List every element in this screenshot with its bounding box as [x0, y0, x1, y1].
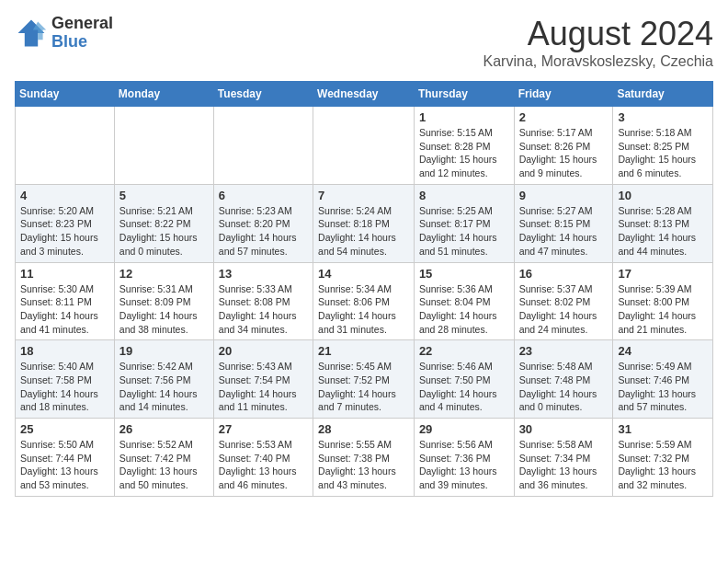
calendar-cell: 27Sunrise: 5:53 AMSunset: 7:40 PMDayligh…	[213, 419, 313, 497]
day-number: 11	[20, 267, 109, 281]
logo-text: General Blue	[51, 15, 113, 52]
day-info: Sunrise: 5:34 AMSunset: 8:06 PMDaylight:…	[318, 282, 409, 337]
calendar-cell	[114, 107, 213, 185]
day-number: 4	[20, 189, 109, 202]
calendar-table: SundayMondayTuesdayWednesdayThursdayFrid…	[15, 81, 713, 497]
calendar-cell: 21Sunrise: 5:45 AMSunset: 7:52 PMDayligh…	[313, 340, 415, 419]
day-info: Sunrise: 5:42 AMSunset: 7:56 PMDaylight:…	[119, 360, 209, 414]
header-friday: Friday	[514, 82, 613, 107]
day-number: 28	[318, 422, 409, 436]
day-info: Sunrise: 5:18 AMSunset: 8:25 PMDaylight:…	[618, 126, 708, 180]
day-info: Sunrise: 5:55 AMSunset: 7:38 PMDaylight:…	[318, 438, 409, 492]
calendar-cell: 3Sunrise: 5:18 AMSunset: 8:25 PMDaylight…	[613, 107, 713, 185]
week-row-5: 25Sunrise: 5:50 AMSunset: 7:44 PMDayligh…	[16, 419, 713, 497]
day-number: 23	[519, 344, 609, 358]
day-info: Sunrise: 5:20 AMSunset: 8:23 PMDaylight:…	[20, 204, 109, 259]
day-number: 16	[519, 267, 609, 281]
logo-icon	[15, 17, 48, 50]
day-number: 27	[219, 422, 308, 436]
calendar-cell: 15Sunrise: 5:36 AMSunset: 8:04 PMDayligh…	[414, 262, 514, 340]
day-number: 20	[219, 344, 308, 358]
day-number: 1	[419, 110, 509, 124]
header-monday: Monday	[114, 82, 213, 107]
day-number: 9	[519, 189, 609, 202]
page-header: General Blue August 2024 Karvina, Moravs…	[15, 15, 713, 70]
day-info: Sunrise: 5:46 AMSunset: 7:50 PMDaylight:…	[419, 360, 509, 414]
day-info: Sunrise: 5:27 AMSunset: 8:15 PMDaylight:…	[519, 204, 609, 259]
calendar-header-row: SundayMondayTuesdayWednesdayThursdayFrid…	[16, 82, 713, 107]
calendar-cell: 2Sunrise: 5:17 AMSunset: 8:26 PMDaylight…	[514, 107, 613, 185]
day-number: 25	[20, 422, 109, 436]
day-info: Sunrise: 5:59 AMSunset: 7:32 PMDaylight:…	[618, 438, 708, 492]
logo-general: General	[51, 15, 113, 33]
calendar-cell: 16Sunrise: 5:37 AMSunset: 8:02 PMDayligh…	[514, 262, 613, 340]
calendar-cell: 12Sunrise: 5:31 AMSunset: 8:09 PMDayligh…	[114, 262, 213, 340]
calendar-cell: 31Sunrise: 5:59 AMSunset: 7:32 PMDayligh…	[613, 419, 713, 497]
day-info: Sunrise: 5:43 AMSunset: 7:54 PMDaylight:…	[219, 360, 308, 414]
calendar-cell: 8Sunrise: 5:25 AMSunset: 8:17 PMDaylight…	[414, 184, 514, 262]
calendar-cell: 28Sunrise: 5:55 AMSunset: 7:38 PMDayligh…	[313, 419, 415, 497]
calendar-cell	[16, 107, 115, 185]
day-number: 2	[519, 110, 609, 124]
day-info: Sunrise: 5:49 AMSunset: 7:46 PMDaylight:…	[618, 360, 708, 414]
day-info: Sunrise: 5:58 AMSunset: 7:34 PMDaylight:…	[519, 438, 609, 492]
day-info: Sunrise: 5:31 AMSunset: 8:09 PMDaylight:…	[119, 282, 209, 337]
day-number: 14	[318, 267, 409, 281]
calendar-cell: 18Sunrise: 5:40 AMSunset: 7:58 PMDayligh…	[16, 340, 115, 419]
calendar-cell: 4Sunrise: 5:20 AMSunset: 8:23 PMDaylight…	[16, 184, 115, 262]
day-number: 10	[618, 189, 708, 202]
day-info: Sunrise: 5:28 AMSunset: 8:13 PMDaylight:…	[618, 204, 708, 259]
day-info: Sunrise: 5:37 AMSunset: 8:02 PMDaylight:…	[519, 282, 609, 337]
week-row-4: 18Sunrise: 5:40 AMSunset: 7:58 PMDayligh…	[16, 340, 713, 419]
day-number: 18	[20, 344, 109, 358]
day-number: 12	[119, 267, 209, 281]
calendar-cell: 10Sunrise: 5:28 AMSunset: 8:13 PMDayligh…	[613, 184, 713, 262]
week-row-1: 1Sunrise: 5:15 AMSunset: 8:28 PMDaylight…	[16, 107, 713, 185]
calendar-cell: 14Sunrise: 5:34 AMSunset: 8:06 PMDayligh…	[313, 262, 415, 340]
day-info: Sunrise: 5:23 AMSunset: 8:20 PMDaylight:…	[219, 204, 308, 259]
day-number: 5	[119, 189, 209, 202]
day-info: Sunrise: 5:39 AMSunset: 8:00 PMDaylight:…	[618, 282, 708, 337]
day-info: Sunrise: 5:25 AMSunset: 8:17 PMDaylight:…	[419, 204, 509, 259]
day-info: Sunrise: 5:52 AMSunset: 7:42 PMDaylight:…	[119, 438, 209, 492]
day-number: 8	[419, 189, 509, 202]
calendar-cell	[313, 107, 415, 185]
calendar-cell: 26Sunrise: 5:52 AMSunset: 7:42 PMDayligh…	[114, 419, 213, 497]
day-info: Sunrise: 5:45 AMSunset: 7:52 PMDaylight:…	[318, 360, 409, 414]
day-info: Sunrise: 5:53 AMSunset: 7:40 PMDaylight:…	[219, 438, 308, 492]
day-info: Sunrise: 5:30 AMSunset: 8:11 PMDaylight:…	[20, 282, 109, 337]
header-saturday: Saturday	[613, 82, 713, 107]
calendar-cell: 11Sunrise: 5:30 AMSunset: 8:11 PMDayligh…	[16, 262, 115, 340]
calendar-cell: 13Sunrise: 5:33 AMSunset: 8:08 PMDayligh…	[213, 262, 313, 340]
calendar-cell: 29Sunrise: 5:56 AMSunset: 7:36 PMDayligh…	[414, 419, 514, 497]
calendar-cell: 9Sunrise: 5:27 AMSunset: 8:15 PMDaylight…	[514, 184, 613, 262]
day-info: Sunrise: 5:36 AMSunset: 8:04 PMDaylight:…	[419, 282, 509, 337]
day-info: Sunrise: 5:48 AMSunset: 7:48 PMDaylight:…	[519, 360, 609, 414]
calendar-cell: 17Sunrise: 5:39 AMSunset: 8:00 PMDayligh…	[613, 262, 713, 340]
day-info: Sunrise: 5:15 AMSunset: 8:28 PMDaylight:…	[419, 126, 509, 180]
day-info: Sunrise: 5:56 AMSunset: 7:36 PMDaylight:…	[419, 438, 509, 492]
calendar-cell: 24Sunrise: 5:49 AMSunset: 7:46 PMDayligh…	[613, 340, 713, 419]
calendar-cell: 23Sunrise: 5:48 AMSunset: 7:48 PMDayligh…	[514, 340, 613, 419]
calendar-cell: 30Sunrise: 5:58 AMSunset: 7:34 PMDayligh…	[514, 419, 613, 497]
day-info: Sunrise: 5:33 AMSunset: 8:08 PMDaylight:…	[219, 282, 308, 337]
month-title: August 2024	[483, 15, 713, 53]
day-number: 7	[318, 189, 409, 202]
calendar-cell	[213, 107, 313, 185]
day-number: 30	[519, 422, 609, 436]
logo: General Blue	[15, 15, 113, 52]
header-thursday: Thursday	[414, 82, 514, 107]
calendar-cell: 6Sunrise: 5:23 AMSunset: 8:20 PMDaylight…	[213, 184, 313, 262]
day-number: 31	[618, 422, 708, 436]
calendar-cell: 20Sunrise: 5:43 AMSunset: 7:54 PMDayligh…	[213, 340, 313, 419]
location-subtitle: Karvina, Moravskoslezsky, Czechia	[483, 53, 713, 70]
day-info: Sunrise: 5:50 AMSunset: 7:44 PMDaylight:…	[20, 438, 109, 492]
header-wednesday: Wednesday	[313, 82, 415, 107]
day-number: 13	[219, 267, 308, 281]
day-info: Sunrise: 5:17 AMSunset: 8:26 PMDaylight:…	[519, 126, 609, 180]
calendar-cell: 7Sunrise: 5:24 AMSunset: 8:18 PMDaylight…	[313, 184, 415, 262]
day-number: 22	[419, 344, 509, 358]
day-info: Sunrise: 5:24 AMSunset: 8:18 PMDaylight:…	[318, 204, 409, 259]
day-number: 21	[318, 344, 409, 358]
calendar-cell: 25Sunrise: 5:50 AMSunset: 7:44 PMDayligh…	[16, 419, 115, 497]
